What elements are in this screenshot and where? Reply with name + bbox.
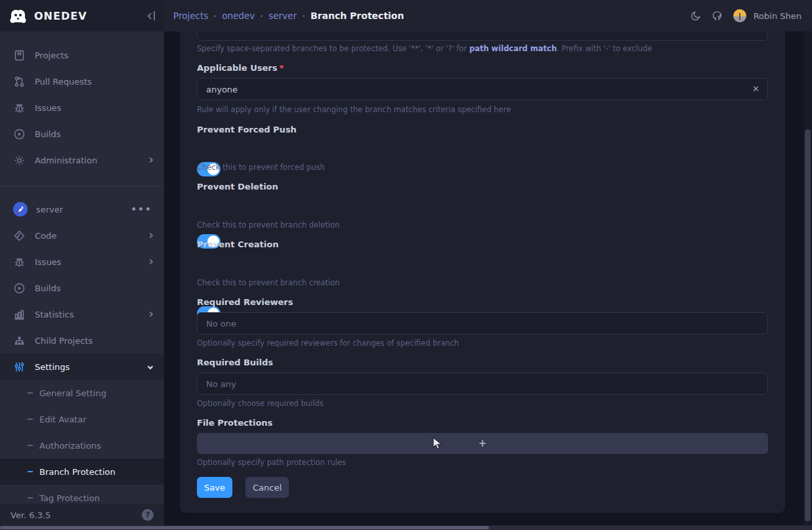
project-menu-icon[interactable]: ••• <box>131 204 152 214</box>
play-circle-icon <box>13 282 25 294</box>
sidebar-item-project-issues[interactable]: Issues <box>0 249 164 275</box>
topbar: Projects onedev server Branch Protection… <box>164 0 812 31</box>
required-builds-help: Optionally choose required builds <box>197 399 324 408</box>
chevron-right-icon <box>148 233 153 238</box>
sidebar-item-builds[interactable]: Builds <box>0 121 164 147</box>
chevron-right-icon <box>148 259 153 264</box>
horizontal-scrollbar[interactable] <box>0 525 812 530</box>
prevent-deletion-help: Check this to prevent branch deletion <box>197 220 339 230</box>
onedev-logo-icon[interactable] <box>9 7 27 25</box>
applicable-users-help: Rule will apply only if the user changin… <box>197 105 511 114</box>
book-icon <box>13 49 25 61</box>
chevron-right-icon <box>148 157 153 163</box>
applicable-users-input[interactable] <box>197 78 768 100</box>
applicable-branches-help: Specify space-separated branches to be p… <box>197 44 652 53</box>
breadcrumb: Projects onedev server Branch Protection <box>173 10 690 21</box>
hierarchy-icon <box>13 335 25 346</box>
branch-protection-form: Specify space-separated branches to be p… <box>180 31 785 513</box>
sidebar-collapse-button[interactable] <box>148 11 155 20</box>
pull-request-icon <box>13 75 25 87</box>
version-label: Ver. 6.3.5 <box>11 510 142 520</box>
sidebar-item-child-projects[interactable]: Child Projects <box>0 327 164 354</box>
help-icon[interactable]: ? <box>142 509 154 521</box>
chevron-right-icon <box>148 312 153 317</box>
required-asterisk: * <box>279 63 284 73</box>
required-reviewers-help: Optionally specify required reviewers fo… <box>197 338 459 348</box>
save-button[interactable]: Save <box>197 477 232 498</box>
vertical-scrollbar-thumb[interactable] <box>805 129 811 521</box>
sidebar-item-branch-protection[interactable]: Branch Protection <box>0 459 164 485</box>
bug-icon <box>13 102 25 113</box>
sidebar-item-code[interactable]: Code <box>0 222 164 249</box>
sidebar-item-settings[interactable]: Settings <box>0 354 164 380</box>
applicable-users-label: Applicable Users* <box>197 63 284 73</box>
project-avatar <box>13 202 28 216</box>
github-icon[interactable] <box>712 10 723 22</box>
sidebar-item-edit-avatar[interactable]: Edit Avatar <box>0 406 164 432</box>
sidebar-item-administration[interactable]: Administration <box>0 147 164 173</box>
sidebar: ONEDEV Projects Pull Requests <box>0 0 164 530</box>
sliders-icon <box>13 361 25 373</box>
gear-icon <box>13 154 25 166</box>
chevron-down-icon <box>148 364 153 369</box>
breadcrumb-server[interactable]: server <box>268 10 297 21</box>
vertical-scrollbar[interactable] <box>803 31 812 530</box>
user-name[interactable]: Robin Shen <box>754 11 801 21</box>
prevent-creation-label: Prevent Creation <box>197 239 278 249</box>
chevron-left-icon <box>148 12 154 19</box>
sidebar-footer: Ver. 6.3.5 ? <box>0 504 164 526</box>
sidebar-divider <box>0 186 164 186</box>
user-avatar[interactable] <box>733 9 746 22</box>
sidebar-item-pull-requests[interactable]: Pull Requests <box>0 68 164 94</box>
prevent-creation-help: Check this to prevent branch creation <box>197 278 340 287</box>
prevent-forced-push-help: Check this to prevent forced push <box>197 163 325 172</box>
bar-chart-icon <box>13 308 25 320</box>
horizontal-scrollbar-thumb[interactable] <box>0 526 489 529</box>
git-branch-icon <box>13 230 25 241</box>
file-protections-add-button[interactable]: + <box>197 433 768 454</box>
bug-icon <box>13 256 25 268</box>
brand-name: ONEDEV <box>34 10 148 22</box>
path-wildcard-match-link[interactable]: path wildcard match <box>469 44 557 53</box>
plus-icon: + <box>479 438 487 449</box>
moon-icon[interactable] <box>690 10 702 22</box>
file-protections-label: File Protections <box>197 418 272 428</box>
applicable-branches-input[interactable] <box>197 31 768 41</box>
required-builds-label: Required Builds <box>197 357 273 367</box>
page-title: Branch Protection <box>310 10 404 21</box>
breadcrumb-onedev[interactable]: onedev <box>222 10 255 21</box>
sidebar-item-server-project[interactable]: server ••• <box>0 196 164 222</box>
logo-bar: ONEDEV <box>0 0 164 31</box>
sidebar-item-authorizations[interactable]: Authorizations <box>0 432 164 459</box>
file-protections-help: Optionally specify path protection rules <box>197 458 346 467</box>
cancel-button[interactable]: Cancel <box>246 477 289 498</box>
sidebar-item-projects[interactable]: Projects <box>0 42 164 68</box>
sidebar-item-general-setting[interactable]: General Setting <box>0 380 164 406</box>
required-reviewers-label: Required Reviewers <box>197 297 293 307</box>
play-circle-icon <box>13 128 25 140</box>
prevent-forced-push-label: Prevent Forced Push <box>197 125 297 134</box>
sidebar-item-project-builds[interactable]: Builds <box>0 275 164 301</box>
clear-icon[interactable]: ✕ <box>752 84 759 94</box>
sidebar-item-issues[interactable]: Issues <box>0 94 164 121</box>
required-builds-input[interactable] <box>197 373 768 395</box>
required-reviewers-input[interactable] <box>197 312 768 335</box>
breadcrumb-projects[interactable]: Projects <box>173 10 208 21</box>
prevent-deletion-label: Prevent Deletion <box>197 182 278 192</box>
main-content: Specify space-separated branches to be p… <box>164 31 812 530</box>
onedev-app: ONEDEV Projects Pull Requests <box>0 0 812 530</box>
sidebar-item-statistics[interactable]: Statistics <box>0 301 164 327</box>
